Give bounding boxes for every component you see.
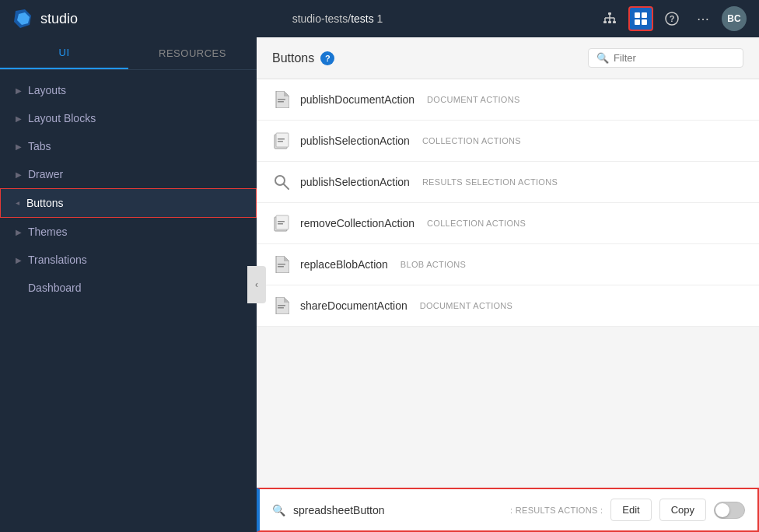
sidebar-item-layouts[interactable]: ▶ Layouts: [0, 76, 257, 104]
item-icon-1: [272, 131, 291, 150]
svg-rect-27: [278, 221, 285, 222]
filter-search-icon: 🔍: [596, 52, 609, 64]
svg-rect-31: [278, 305, 285, 306]
collection-icon: [274, 132, 289, 149]
item-icon-5: [272, 296, 291, 315]
copy-button[interactable]: Copy: [659, 499, 706, 521]
svg-rect-30: [278, 266, 284, 268]
list-item: removeCollectionAction COLLECTION ACTION…: [257, 203, 759, 244]
sidebar-item-dashboard[interactable]: ▶ Dashboard: [0, 274, 257, 302]
sidebar-item-translations[interactable]: ▶ Translations: [0, 246, 257, 274]
svg-rect-5: [613, 21, 616, 23]
content-header: Buttons ? 🔍: [257, 37, 759, 79]
page-title: Buttons: [272, 51, 314, 65]
breadcrumb-number: 1: [377, 12, 383, 25]
content-area: Buttons ? 🔍: [257, 37, 759, 532]
app-logo: studio: [12, 8, 78, 30]
logo-icon: [12, 8, 34, 30]
svg-rect-28: [278, 223, 283, 225]
tab-resources[interactable]: RESOURCES: [128, 37, 257, 69]
svg-text:?: ?: [670, 14, 675, 23]
svg-rect-14: [642, 19, 647, 25]
sidebar-item-drawer[interactable]: ▶ Drawer: [0, 160, 257, 188]
filter-wrap[interactable]: 🔍: [588, 48, 743, 68]
document-icon: [274, 91, 289, 108]
sidebar-nav: ▶ Layouts ▶ Layout Blocks ▶ Tabs ▶ Drawe…: [0, 70, 257, 532]
grid-button[interactable]: [628, 6, 653, 31]
selected-item-tag: : RESULTS ACTIONS :: [510, 506, 603, 515]
svg-rect-13: [635, 19, 640, 25]
item-tag-5: DOCUMENT ACTIONS: [420, 301, 513, 310]
list-item: shareDocumentAction DOCUMENT ACTIONS: [257, 285, 759, 327]
svg-rect-26: [276, 215, 289, 229]
item-name-1: publishSelectionAction: [300, 135, 410, 147]
breadcrumb-file: tests: [351, 12, 374, 25]
buttons-label: Buttons: [26, 197, 63, 209]
list-item: publishDocumentAction DOCUMENT ACTIONS: [257, 79, 759, 121]
item-tag-0: DOCUMENT ACTIONS: [427, 95, 520, 104]
svg-rect-32: [278, 307, 284, 309]
sidebar: UI RESOURCES ▶ Layouts ▶ Layout Blocks ▶…: [0, 37, 257, 532]
main-layout: UI RESOURCES ▶ Layouts ▶ Layout Blocks ▶…: [0, 37, 759, 532]
item-icon-3: [272, 214, 291, 233]
help-circle-button[interactable]: ?: [320, 51, 334, 65]
translations-label: Translations: [28, 254, 87, 266]
sitemap-icon: [603, 12, 617, 26]
collection-icon-2: [274, 215, 289, 232]
tab-ui[interactable]: UI: [0, 37, 128, 69]
tabs-label: Tabs: [28, 140, 51, 152]
list-item: replaceBlobAction BLOB ACTIONS: [257, 244, 759, 285]
toggle-switch[interactable]: [714, 502, 745, 519]
content-title-wrap: Buttons ?: [272, 51, 334, 65]
sidebar-item-tabs[interactable]: ▶ Tabs: [0, 132, 257, 160]
item-tag-1: COLLECTION ACTIONS: [422, 136, 521, 145]
avatar-button[interactable]: BC: [722, 6, 747, 31]
sidebar-collapse-handle[interactable]: ‹: [247, 266, 266, 303]
help-button[interactable]: ?: [659, 6, 684, 31]
drawer-arrow: ▶: [16, 170, 22, 179]
translations-arrow: ▶: [16, 256, 22, 264]
svg-rect-21: [278, 138, 285, 140]
svg-line-24: [284, 184, 289, 189]
drawer-label: Drawer: [28, 168, 63, 180]
sidebar-item-themes[interactable]: ▶ Themes: [0, 218, 257, 246]
svg-rect-3: [603, 21, 607, 23]
more-button[interactable]: ⋯: [691, 6, 715, 31]
grid-icon: [634, 12, 648, 26]
svg-rect-11: [635, 12, 640, 18]
logo-text: studio: [40, 11, 78, 27]
layouts-label: Layouts: [28, 84, 66, 96]
sidebar-item-buttons[interactable]: ▾ Buttons: [0, 188, 257, 218]
svg-rect-12: [642, 12, 647, 18]
help-circle-icon: ?: [325, 54, 331, 63]
tabs-arrow: ▶: [16, 142, 22, 151]
sitemap-button[interactable]: [597, 6, 622, 31]
item-tag-3: COLLECTION ACTIONS: [427, 219, 526, 228]
item-icon-2: [272, 173, 291, 191]
app-header: studio studio-tests/tests 1: [0, 0, 759, 37]
selected-item-name: spreadsheetButton: [293, 504, 502, 516]
filter-input[interactable]: [614, 52, 730, 64]
document-icon-3: [274, 297, 289, 314]
breadcrumb-project: studio-tests: [292, 12, 348, 25]
svg-rect-29: [278, 264, 285, 265]
themes-arrow: ▶: [16, 228, 22, 236]
edit-button[interactable]: Edit: [610, 499, 651, 521]
svg-rect-4: [608, 21, 611, 23]
item-name-5: shareDocumentAction: [300, 299, 407, 312]
document-icon-2: [274, 256, 289, 273]
toggle-knob: [715, 503, 729, 517]
item-name-0: publishDocumentAction: [300, 93, 414, 106]
item-tag-2: RESULTS SELECTION ACTIONS: [422, 177, 558, 187]
buttons-arrow: ▾: [14, 201, 23, 205]
sidebar-tabs: UI RESOURCES: [0, 37, 257, 70]
collapse-icon: ‹: [255, 279, 258, 290]
item-name-4: replaceBlobAction: [300, 258, 388, 271]
item-tag-4: BLOB ACTIONS: [400, 260, 466, 269]
sidebar-item-layout-blocks[interactable]: ▶ Layout Blocks: [0, 104, 257, 132]
item-icon-4: [272, 255, 291, 274]
search-icon: [274, 174, 289, 190]
svg-rect-17: [278, 99, 285, 100]
item-icon-0: [272, 90, 291, 109]
svg-rect-2: [608, 12, 611, 15]
